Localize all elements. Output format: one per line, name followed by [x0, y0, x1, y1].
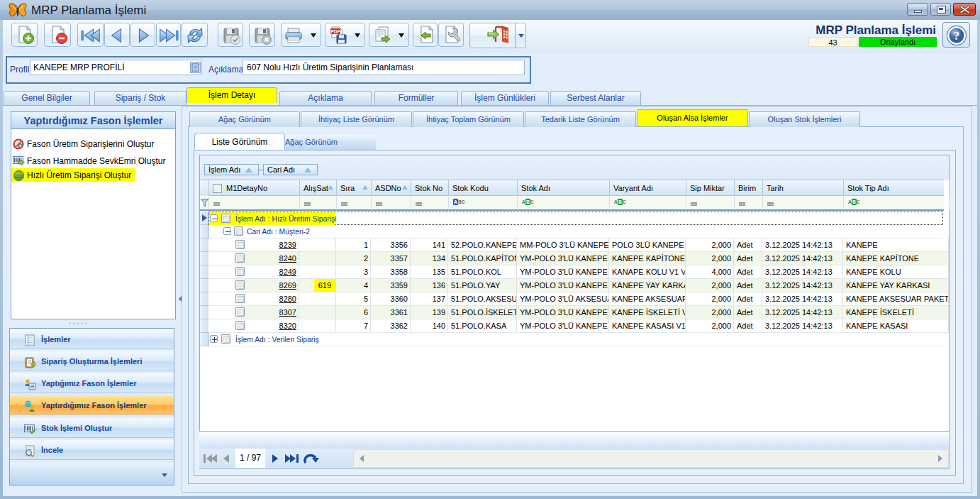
svg-text:PDF: PDF — [331, 29, 340, 34]
svg-text:?: ? — [954, 29, 960, 43]
